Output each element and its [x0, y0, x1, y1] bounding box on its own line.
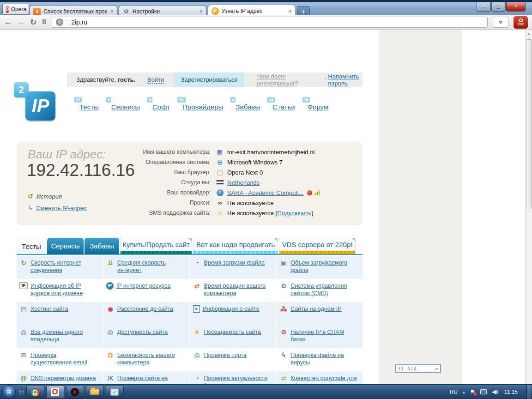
tab-fun[interactable]: Забавы: [85, 238, 119, 254]
registration-benefit-link[interactable]: Что дает регистрация?: [257, 73, 304, 87]
volume-icon[interactable]: ◀)): [492, 389, 498, 395]
cell-traffic[interactable]: ★ Посещаемость сайта: [190, 325, 276, 348]
cell-file-size[interactable]: ▣ Объем загружаемого файла: [277, 256, 363, 279]
tab-services[interactable]: Сервисы: [47, 238, 84, 254]
connect-sms-link[interactable]: Подключить: [278, 210, 312, 217]
back-icon[interactable]: ←: [4, 18, 12, 27]
history-row[interactable]: ↺ История: [28, 193, 62, 200]
scrollbar-thumb[interactable]: [526, 39, 532, 209]
stats-bars-icon[interactable]: [315, 190, 320, 195]
login-link[interactable]: Войти: [147, 76, 164, 84]
restore-button[interactable]: ◻: [491, 2, 506, 12]
service-link[interactable]: Информация о сайте: [203, 305, 260, 325]
nav-item-forum[interactable]: 15 Форум: [308, 103, 329, 111]
service-link[interactable]: Информация об IP адресе или домене: [30, 282, 99, 302]
service-link[interactable]: Скорость интернет соединения: [30, 259, 99, 279]
cell-speed-test[interactable]: ↻ Скорость интернет соединения: [17, 256, 103, 279]
show-desktop-button[interactable]: [526, 385, 531, 399]
nav-item-tests[interactable]: 27 Тесты: [79, 103, 99, 111]
nav-item-providers[interactable]: 2K Провайдеры: [182, 103, 223, 111]
service-link[interactable]: Время реакции вашего компьютера: [204, 282, 272, 302]
cell-avg-speed[interactable]: ⇊ Средняя скорость интернет: [103, 256, 189, 279]
change-ip-link[interactable]: Сменить IP-адрес: [36, 205, 87, 212]
service-link[interactable]: Система управления сайтом (CMS): [290, 282, 359, 302]
cell-file-virus[interactable]: ϟ Проверка файла на вирусы: [277, 348, 363, 371]
tab-close-icon[interactable]: ×: [288, 8, 292, 15]
page-scrollbar[interactable]: ▲: [525, 30, 532, 384]
service-link[interactable]: Проверка файла на вирусы: [290, 351, 359, 371]
cell-browser-check[interactable]: ◔ Проверка актуальности браузера: [190, 371, 276, 384]
cell-distance[interactable]: ◉ Расстояние до сайта: [103, 302, 189, 325]
service-link[interactable]: Хостинг сайта: [30, 305, 68, 325]
service-link[interactable]: Средняя скорость интернет: [117, 259, 186, 279]
cell-owner-domains[interactable]: ◎ Все домены одного владельца: [17, 325, 103, 348]
taskbar-chrome-button[interactable]: [26, 386, 44, 399]
opera-extension-badge[interactable]: 202: [514, 16, 528, 29]
cell-spam-db[interactable]: ⊘ Наличие IP в СПАМ базах: [277, 325, 363, 348]
visitor-counter[interactable]: 31 414 ↗: [395, 364, 441, 373]
cell-availability[interactable]: ◎ Доступность сайта: [103, 325, 189, 348]
url-field[interactable]: ⊕ 2ip.ru: [52, 17, 488, 28]
cell-site-virus[interactable]: Ж Проверка сайта на вирусы: [103, 371, 189, 384]
tab-vds[interactable]: VDS сервера от 220р!: [279, 238, 356, 254]
change-ip-row[interactable]: ↳ Сменить IP-адрес: [28, 204, 86, 212]
service-link[interactable]: Все домены одного владельца: [30, 328, 99, 348]
service-link[interactable]: Расстояние до сайта: [117, 305, 173, 325]
opera-menu-button[interactable]: O Opera: [2, 4, 29, 15]
cell-ip-resource[interactable]: IP IP интернет ресурса: [103, 279, 189, 302]
service-link[interactable]: Посещаемость сайта: [204, 328, 261, 348]
cell-hosting[interactable]: ▤ Хостинг сайта: [17, 302, 103, 325]
nav-item-fun[interactable]: 4 Забавы: [236, 103, 260, 111]
register-link[interactable]: Зарегистрироваться: [174, 73, 244, 87]
reload-icon[interactable]: ↻: [30, 18, 36, 27]
cell-site-info[interactable]: ≡ Информация о сайте: [190, 302, 276, 325]
cell-email-check[interactable]: ✉ Проверка существования email: [17, 348, 103, 371]
service-link[interactable]: Проверка сайта на вирусы: [117, 375, 186, 384]
cell-same-ip[interactable]: ⁂ Сайты на одном IP: [277, 302, 363, 325]
start-button[interactable]: ⊞: [2, 385, 16, 399]
service-link[interactable]: DNS параметры домена: [30, 375, 96, 384]
action-center-flag-icon[interactable]: ⚑×: [470, 388, 475, 395]
forward-icon[interactable]: →: [17, 18, 25, 27]
speed-dial-icon[interactable]: ⠿: [42, 18, 47, 26]
tab-close-icon[interactable]: ×: [110, 8, 114, 15]
service-link[interactable]: Доступность сайта: [117, 328, 168, 348]
scroll-up-icon[interactable]: ▲: [526, 30, 532, 37]
service-link[interactable]: Наличие IP в СПАМ базах: [290, 328, 359, 348]
nav-item-soft[interactable]: 5 Софт: [152, 103, 170, 111]
tray-expand-icon[interactable]: ▴: [463, 390, 465, 394]
cell-punycode[interactable]: ⇌ Конвертер punycode для рф доменов: [277, 371, 363, 384]
tab-tests[interactable]: Тесты: [17, 238, 46, 254]
close-button[interactable]: ×: [506, 2, 526, 12]
service-link[interactable]: Проверка существования email: [30, 351, 99, 371]
clock[interactable]: 11:15: [504, 389, 518, 395]
service-link[interactable]: Проверка актуальности браузера: [204, 375, 272, 384]
cell-reaction-time[interactable]: ⇄ Время реакции вашего компьютера: [190, 279, 276, 302]
service-link[interactable]: Конвертер punycode для рф доменов: [290, 375, 359, 384]
tab-promote[interactable]: Вот как надо продвигать: [193, 238, 278, 254]
taskbar-scheduler-button[interactable]: ✓: [106, 386, 124, 399]
service-link[interactable]: Сайты на одном IP: [290, 305, 341, 325]
minimize-button[interactable]: —: [477, 2, 491, 12]
taskbar-opera-button[interactable]: O: [46, 386, 64, 399]
service-link[interactable]: Безопасность вашего компьютера: [117, 351, 186, 371]
rating-icon[interactable]: [307, 190, 312, 195]
logo-2-badge[interactable]: 2: [14, 82, 29, 97]
cell-load-time[interactable]: ◔ Время загрузки файла: [190, 256, 276, 279]
network-icon[interactable]: [480, 389, 487, 394]
provider-link[interactable]: SARA - Academic Computi...: [227, 189, 303, 196]
bookmark-heart-icon[interactable]: ♥: [493, 17, 508, 28]
nav-item-articles[interactable]: 13 Статьи: [272, 103, 295, 111]
cell-security[interactable]: Ω Безопасность вашего компьютера: [103, 348, 189, 371]
service-link[interactable]: IP интернет ресурса: [116, 282, 171, 302]
cell-dns[interactable]: @ DNS параметры домена: [17, 371, 103, 384]
language-indicator[interactable]: RU: [450, 389, 458, 395]
country-link[interactable]: Netherlands: [227, 179, 260, 186]
remind-password-link[interactable]: Напомнить пароль: [328, 73, 363, 87]
cell-cms[interactable]: ⚙ Система управления сайтом (CMS): [277, 279, 363, 302]
nav-item-services[interactable]: 9 Сервисы: [111, 103, 140, 111]
site-logo[interactable]: IP: [25, 91, 55, 121]
service-link[interactable]: Время загрузки файла: [204, 259, 265, 279]
cell-ip-info[interactable]: IP Информация об IP адресе или домене: [17, 279, 103, 302]
service-link[interactable]: Объем загружаемого файла: [290, 259, 359, 279]
